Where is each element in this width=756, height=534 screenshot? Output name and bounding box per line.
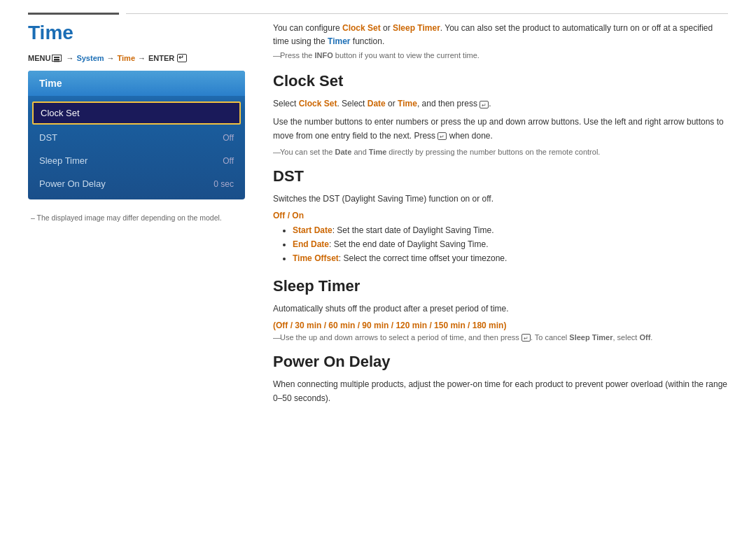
dst-label: DST	[39, 132, 57, 143]
menu-path: MENU → System → Time → ENTER	[28, 54, 245, 62]
section-title-power-on-delay: Power On Delay	[273, 353, 728, 371]
system-link: System	[76, 54, 104, 62]
section-title-dst: DST	[273, 167, 728, 185]
clock-set-label: Clock Set	[41, 108, 80, 118]
dst-options: Off / On	[273, 211, 728, 220]
top-bar-line-right	[126, 13, 728, 14]
dst-bullet-2: End Date: Set the end date of Daylight S…	[293, 237, 728, 251]
section-title-clock-set: Clock Set	[273, 72, 728, 90]
intro-note: Press the INFO button if you want to vie…	[273, 51, 728, 59]
sleep-timer-label: Sleep Timer	[39, 155, 88, 166]
sleep-timer-value: Off	[223, 156, 234, 166]
power-on-delay-label: Power On Delay	[39, 178, 106, 189]
arrow2: →	[107, 54, 115, 62]
left-panel: Time MENU → System → Time → ENTER Time C…	[28, 22, 245, 410]
side-menu-item-clock-set[interactable]: Clock Set	[32, 101, 241, 125]
clock-set-note: You can set the Date and Time directly b…	[273, 148, 728, 156]
arrow3: →	[138, 54, 146, 62]
menu-icon	[52, 55, 62, 62]
dst-bullets: Start Date: Set the start date of Daylig…	[273, 223, 728, 266]
sleep-timer-note: Use the up and down arrows to select a p…	[273, 333, 728, 342]
timer-highlight: Timer	[328, 36, 350, 46]
time-link: Time	[118, 54, 135, 62]
side-menu-item-sleep-timer[interactable]: Sleep Timer Off	[28, 149, 245, 172]
side-menu-item-dst[interactable]: DST Off	[28, 126, 245, 149]
side-menu-items: Clock Set DST Off Sleep Timer Off Power …	[28, 96, 245, 199]
power-on-delay-value: 0 sec	[214, 179, 234, 189]
power-on-delay-para1: When connecting multiple products, adjus…	[273, 378, 728, 406]
sleep-timer-para1: Automatically shuts off the product afte…	[273, 302, 728, 316]
enter-glyph1: ↵	[479, 101, 489, 108]
enter-label: ENTER	[148, 54, 174, 62]
dst-bullet-1: Start Date: Set the start date of Daylig…	[293, 223, 728, 237]
top-bar-line-left	[28, 13, 119, 15]
dst-value: Off	[223, 133, 234, 143]
clock-set-para2: Use the number buttons to enter numbers …	[273, 115, 728, 143]
enter-glyph2: ↵	[438, 132, 447, 140]
dst-para1: Switches the DST (Daylight Saving Time) …	[273, 192, 728, 206]
enter-icon	[177, 54, 187, 62]
sleep-timer-options: (Off / 30 min / 60 min / 90 min / 120 mi…	[273, 321, 728, 330]
side-menu-item-power-on-delay[interactable]: Power On Delay 0 sec	[28, 172, 245, 195]
clock-set-para1: Select Clock Set. Select Date or Time, a…	[273, 97, 728, 111]
side-menu: Time Clock Set DST Off Sleep Timer Off P…	[28, 71, 245, 199]
dst-bullet-3: Time Offset: Select the correct time off…	[293, 251, 728, 265]
intro-text: You can configure Clock Set or Sleep Tim…	[273, 22, 728, 48]
menu-label: MENU	[28, 54, 50, 62]
main-layout: Time MENU → System → Time → ENTER Time C…	[0, 22, 756, 410]
top-bar	[0, 0, 756, 15]
disclaimer: – The displayed image may differ dependi…	[28, 213, 245, 222]
arrow1: →	[66, 54, 74, 62]
right-panel: You can configure Clock Set or Sleep Tim…	[273, 22, 728, 410]
enter-glyph3: ↵	[522, 334, 531, 342]
side-menu-header: Time	[28, 71, 245, 96]
section-title-sleep-timer: Sleep Timer	[273, 277, 728, 295]
page-title: Time	[28, 22, 245, 44]
clock-set-highlight: Clock Set	[342, 23, 381, 33]
sleep-timer-highlight: Sleep Timer	[393, 23, 440, 33]
